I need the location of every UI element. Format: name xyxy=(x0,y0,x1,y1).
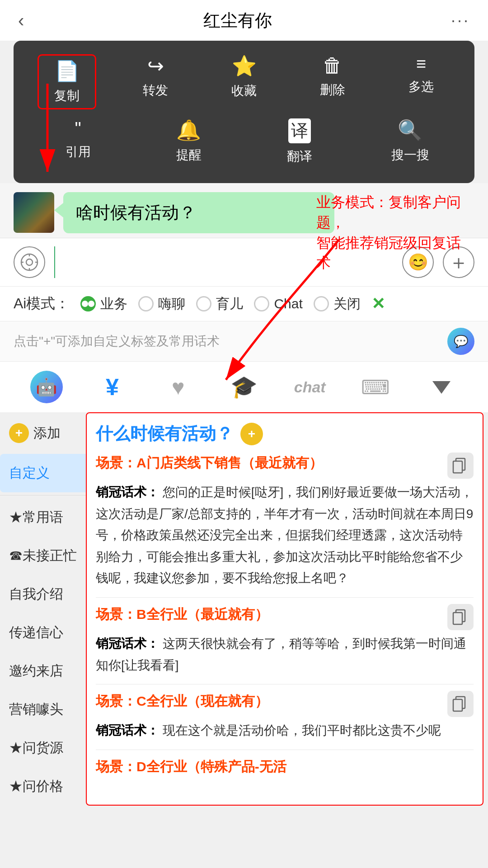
keyboard-icon: ⌨ xyxy=(361,376,390,399)
ai-mode-haichat-label: 嗨聊 xyxy=(158,295,185,313)
svg-point-1 xyxy=(26,259,33,265)
divider-cd xyxy=(96,750,474,750)
context-menu-favorite[interactable]: ⭐ 收藏 xyxy=(215,54,273,109)
main-content: + 添加 自定义 ★常用语 ☎未接正忙 自我介绍 传递信心 邀约来店 营销噱头 … xyxy=(0,412,488,806)
context-menu-delete[interactable]: 🗑 删除 xyxy=(303,54,362,109)
scenario-block-a: 场景：A门店类线下销售（最近就有） 销冠话术： 您问的正是时候[哒牙]，我们刚好… xyxy=(96,453,474,589)
sidebar-item-custom[interactable]: 自定义 xyxy=(0,454,86,492)
translate-label: 翻译 xyxy=(287,148,312,165)
sidebar-item-price-label: ★问价格 xyxy=(9,778,63,793)
content-title: 什么时候有活动？ xyxy=(96,422,233,445)
sidebar-item-common-label: ★常用语 xyxy=(9,509,63,524)
ai-mode-label: Ai模式： xyxy=(14,294,70,314)
ai-mode-chat-en[interactable]: Chat xyxy=(254,296,302,311)
script-text-b: 销冠话术： 这两天很快就会有了，稍等等哈，到时候我第一时间通知你[让我看看] xyxy=(96,633,474,676)
chat-icon[interactable]: 💬 xyxy=(447,328,474,355)
copy-button-b[interactable] xyxy=(447,604,474,630)
ai-mode-off[interactable]: 关闭 xyxy=(314,295,361,313)
back-button[interactable]: ‹ xyxy=(18,10,24,31)
sidebar-item-source[interactable]: ★问货源 xyxy=(0,729,86,767)
radio-off xyxy=(314,296,329,311)
scenario-block-d: 场景：D全行业（特殊产品-无活 xyxy=(96,756,474,777)
ai-close-button[interactable]: ✕ xyxy=(371,294,385,313)
context-menu-remind[interactable]: 🔔 提醒 xyxy=(160,118,218,165)
toolbar: 🤖 ¥ ♥ 🎓 chat ⌨ xyxy=(0,361,488,412)
favorite-label: 收藏 xyxy=(231,82,257,99)
context-menu: 📄 复制 ↪ 转发 ⭐ 收藏 🗑 删除 ≡ 多选 " 引用 🔔 提醒 译 xyxy=(14,41,474,183)
robot-icon: 🤖 xyxy=(30,371,63,403)
radio-haichat xyxy=(138,296,154,311)
scenario-header-b: 场景：B全行业（最近就有） xyxy=(96,604,474,630)
context-menu-row-1: 📄 复制 ↪ 转发 ⭐ 收藏 🗑 删除 ≡ 多选 xyxy=(23,54,465,109)
toolbar-chat-text[interactable]: chat xyxy=(277,369,343,405)
copy-icon: 📄 xyxy=(55,59,80,83)
scenario-title-a: 场景：A门店类线下销售（最近就有） xyxy=(96,453,442,473)
multiselect-label: 多选 xyxy=(408,78,434,95)
toolbar-hat[interactable]: 🎓 xyxy=(211,369,277,405)
toolbar-heart[interactable]: ♥ xyxy=(145,369,211,405)
ai-mode-business[interactable]: 业务 xyxy=(80,295,127,313)
scenario-block-b: 场景：B全行业（最近就有） 销冠话术： 这两天很快就会有了，稍等等哈，到时候我第… xyxy=(96,604,474,676)
ai-mode-parenting[interactable]: 育儿 xyxy=(196,295,243,313)
content-add-button[interactable]: + xyxy=(240,423,263,445)
script-content-c: 现在这个就是活动价哈，我们平时都比这贵不少呢 xyxy=(163,723,441,737)
sidebar-item-marketing[interactable]: 营销噱头 xyxy=(0,690,86,729)
context-menu-forward[interactable]: ↪ 转发 xyxy=(126,54,185,109)
sidebar-item-missed[interactable]: ☎未接正忙 xyxy=(0,537,86,575)
chat-bubble-text: 啥时候有活动？ xyxy=(76,203,196,222)
translate-icon: 译 xyxy=(288,118,311,143)
hint-row: 点击"+"可添加自定义标签及常用话术 💬 xyxy=(0,321,488,361)
sidebar-item-intro-label: 自我介绍 xyxy=(9,586,63,601)
sidebar-item-confidence[interactable]: 传递信心 xyxy=(0,613,86,652)
script-label-a: 销冠话术： xyxy=(96,485,159,499)
sidebar-item-invite-label: 邀约来店 xyxy=(9,663,63,678)
sidebar-item-intro[interactable]: 自我介绍 xyxy=(0,575,86,613)
heart-icon: ♥ xyxy=(172,375,185,400)
multiselect-icon: ≡ xyxy=(416,54,426,74)
context-menu-translate[interactable]: 译 翻译 xyxy=(270,118,329,165)
sidebar-item-common[interactable]: ★常用语 xyxy=(0,498,86,537)
scenario-title-d: 场景：D全行业（特殊产品-无活 xyxy=(96,756,474,777)
ai-mode-chat[interactable]: 嗨聊 xyxy=(138,295,185,313)
radio-chat-en xyxy=(254,296,269,311)
divider-ab xyxy=(96,597,474,598)
sidebar: + 添加 自定义 ★常用语 ☎未接正忙 自我介绍 传递信心 邀约来店 营销噱头 … xyxy=(0,412,86,806)
sidebar-item-invite[interactable]: 邀约来店 xyxy=(0,652,86,690)
copy-button-a[interactable] xyxy=(447,453,474,479)
toolbar-yen[interactable]: ¥ xyxy=(80,369,145,405)
more-button[interactable]: ··· xyxy=(451,11,470,30)
sidebar-add-button[interactable]: + 添加 xyxy=(0,412,86,454)
remind-label: 提醒 xyxy=(176,146,202,164)
sidebar-item-price[interactable]: ★问价格 xyxy=(0,767,86,806)
scenario-header-d: 场景：D全行业（特殊产品-无活 xyxy=(96,756,474,777)
script-label-b: 销冠话术： xyxy=(96,637,159,651)
toolbar-robot[interactable]: 🤖 xyxy=(14,369,80,405)
quote-icon: " xyxy=(75,118,81,139)
search-icon: 🔍 xyxy=(398,118,422,142)
sidebar-add-label: 添加 xyxy=(33,424,61,443)
context-menu-multiselect[interactable]: ≡ 多选 xyxy=(392,54,450,109)
context-menu-copy[interactable]: 📄 复制 xyxy=(38,54,96,109)
copy-label: 复制 xyxy=(54,87,80,104)
page-title: 红尘有你 xyxy=(203,9,272,32)
sidebar-item-confidence-label: 传递信心 xyxy=(9,625,63,640)
script-text-a: 销冠话术： 您问的正是时候[哒牙]，我们刚好最近要做一场大活动，这次活动是厂家/… xyxy=(96,481,474,589)
yen-icon: ¥ xyxy=(106,373,119,401)
context-menu-search[interactable]: 🔍 搜一搜 xyxy=(381,118,440,165)
toolbar-down[interactable] xyxy=(408,369,474,405)
toolbar-keyboard[interactable]: ⌨ xyxy=(343,369,409,405)
context-menu-quote[interactable]: " 引用 xyxy=(49,118,108,165)
scenario-block-c: 场景：C全行业（现在就有） 销冠话术： 现在这个就是活动价哈，我们平时都比这贵不… xyxy=(96,691,474,741)
ai-mode-parenting-label: 育儿 xyxy=(216,295,243,313)
chat-text-icon: chat xyxy=(294,378,326,396)
search-label: 搜一搜 xyxy=(391,146,429,164)
voice-button[interactable] xyxy=(14,246,45,278)
script-label-c: 销冠话术： xyxy=(96,723,159,737)
copy-button-c[interactable] xyxy=(447,691,474,717)
copy-icon-b xyxy=(452,609,469,625)
svg-rect-8 xyxy=(453,461,462,473)
scenario-title-c: 场景：C全行业（现在就有） xyxy=(96,691,442,711)
scenario-header-a: 场景：A门店类线下销售（最近就有） xyxy=(96,453,474,479)
scenario-title-b: 场景：B全行业（最近就有） xyxy=(96,604,442,624)
svg-point-0 xyxy=(21,254,38,270)
